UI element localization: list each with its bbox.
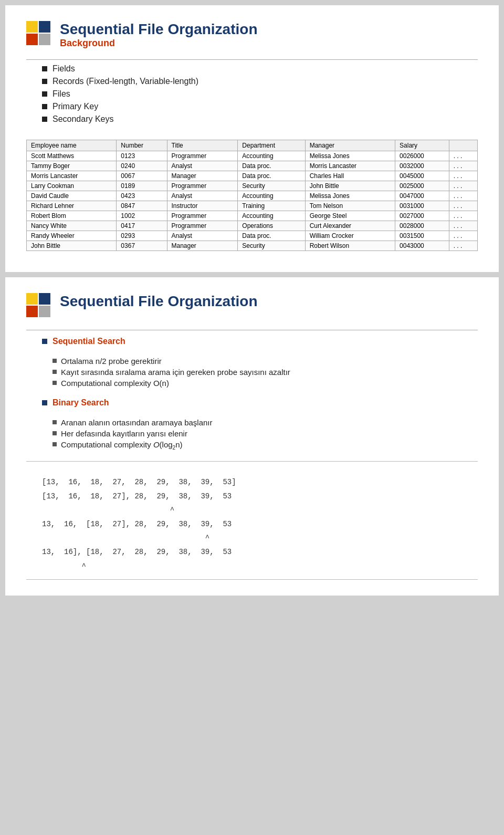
slide1-title-block: Sequential File Organization Background [60,21,258,49]
slide1-header: Sequential File Organization Background [26,21,478,49]
table-row: Tammy Boger0240AnalystData proc.Morris L… [27,161,478,171]
table-cell: Robert Blom [27,211,117,221]
table-cell: Security [238,181,305,191]
bullet-icon [42,104,47,109]
bullet-icon [52,370,57,374]
table-row: Larry Cookman0189ProgrammerSecurityJohn … [27,181,478,191]
table-cell: Data proc. [238,231,305,241]
table-cell: 0417 [117,221,167,231]
slide1-title: Sequential File Organization [60,21,258,38]
table-row: Richard Lehner0847InstructorTrainingTom … [27,201,478,211]
bullet-icon [42,91,47,97]
table-cell: 0032000 [395,161,449,171]
table-cell: 1002 [117,211,167,221]
table-cell: . . . [449,231,477,241]
array-line-0: [13, 16, 18, 27, 28, 29, 38, 39, 53] [42,475,467,489]
table-cell: 0031000 [395,201,449,211]
table-cell: Curt Alexander [305,221,395,231]
table-row: Randy Wheeler0293AnalystData proc.Willia… [27,231,478,241]
table-cell: Programmer [167,181,238,191]
table-cell: Tom Nelson [305,201,395,211]
table-cell: . . . [449,171,477,181]
table-cell: Charles Hall [305,171,395,181]
table-cell: Programmer [167,211,238,221]
table-cell: David Caudle [27,191,117,201]
table-cell: Data proc. [238,161,305,171]
array-caret-2: ^ [42,531,467,545]
complexity-log: Computational complexity O(log2n) [61,440,183,451]
col-header-extra [449,140,477,151]
table-cell: 0025000 [395,181,449,191]
sequential-search-subbullets: Ortalama n/2 probe gerektirir Kayıt sıra… [52,357,478,388]
slide2-header: Sequential File Organization [26,293,478,319]
bullet-icon [52,381,57,385]
bullet-icon [52,431,57,435]
list-item: Ortalama n/2 probe gerektirir [52,357,478,366]
table-cell: 0045000 [395,171,449,181]
table-cell: Accounting [238,151,305,161]
table-cell: . . . [449,201,477,211]
table-cell: 0240 [117,161,167,171]
table-cell: Analyst [167,191,238,201]
binary-search-subbullets: Aranan alanın ortasından aramaya başlanı… [52,418,478,451]
array-caret-3: ^ [42,559,467,573]
table-cell: Morris Lancaster [27,171,117,181]
slide2-section2-list: Binary Search [42,398,478,408]
table-cell: Richard Lehner [27,201,117,211]
svg-rect-5 [39,293,50,305]
bullet-icon [42,117,47,122]
col-header-manager: Manager [305,140,395,151]
array-visualization: [13, 16, 18, 27, 28, 29, 38, 39, 53] [13… [37,475,467,573]
bullet-icon [52,420,57,424]
list-item: Fields [42,64,478,74]
table-cell: . . . [449,221,477,231]
col-header-dept: Department [238,140,305,151]
table-cell: 0031500 [395,231,449,241]
table-cell: Instructor [167,201,238,211]
slide1-bullet-list: Fields Records (Fixed-length, Variable-l… [42,64,478,124]
table-cell: William Crocker [305,231,395,241]
table-cell: 0047000 [395,191,449,201]
table-row: John Bittle0367ManagerSecurityRobert Wil… [27,241,478,251]
array-line-3: 13, 16], [18, 27, 28, 29, 38, 39, 53 [42,545,467,559]
table-cell: 0026000 [395,151,449,161]
table-cell: Melissa Jones [305,151,395,161]
table-cell: . . . [449,161,477,171]
table-cell: Melissa Jones [305,191,395,201]
table-cell: . . . [449,241,477,251]
binary-search-item: Binary Search [42,398,478,408]
slide2-title-block: Sequential File Organization [60,293,258,310]
list-item: Records (Fixed-length, Variable-length) [42,77,478,86]
table-cell: 0293 [117,231,167,241]
list-item: Kayıt sırasında sıralama arama için gere… [52,368,478,377]
array-line-2: 13, 16, [18, 27], 28, 29, 38, 39, 53 [42,517,467,531]
list-item: Computational complexity O(n) [52,379,478,388]
svg-rect-7 [39,306,50,317]
table-cell: John Bittle [305,181,395,191]
array-line-1: [13, 16, 18, 27], 28, 29, 38, 39, 53 [42,489,467,504]
table-cell: Tammy Boger [27,161,117,171]
table-cell: 0189 [117,181,167,191]
table-cell: Nancy White [27,221,117,231]
table-cell: 0067 [117,171,167,181]
bullet-icon [42,66,47,71]
slide2-icon [26,293,52,319]
table-cell: Scott Matthews [27,151,117,161]
col-header-title: Title [167,140,238,151]
table-cell: Accounting [238,191,305,201]
bullet-icon [42,339,47,344]
table-row: Robert Blom1002ProgrammerAccountingGeorg… [27,211,478,221]
table-row: Scott Matthews0123ProgrammerAccountingMe… [27,151,478,161]
binary-search-label: Binary Search [52,398,109,408]
table-row: Morris Lancaster0067ManagerData proc.Cha… [27,171,478,181]
table-cell: Data proc. [238,171,305,181]
table-row: Nancy White0417ProgrammerOperationsCurt … [27,221,478,231]
table-cell: 0043000 [395,241,449,251]
table-cell: Morris Lancaster [305,161,395,171]
bullet-icon [52,442,57,446]
employee-table: Employee name Number Title Department Ma… [26,140,478,251]
table-cell: Programmer [167,221,238,231]
table-cell: 0123 [117,151,167,161]
table-cell: 0847 [117,201,167,211]
array-caret-1: ^ [42,503,467,517]
